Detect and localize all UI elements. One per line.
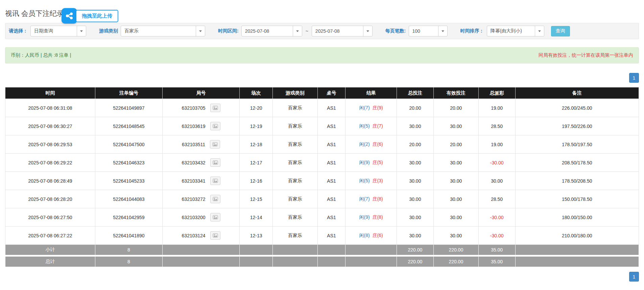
result-player: 闲(9) [359,160,370,165]
cell-session: 12-18 [240,135,272,154]
image-icon [213,106,218,110]
subtotal-label: 小计 [5,245,95,256]
cell-remark: 210.00/180.00 [515,227,639,245]
round-media-button[interactable] [210,140,220,149]
cell-payout: -30.00 [478,208,515,227]
page-1-button[interactable]: 1 [629,73,639,83]
cell-bet-id: 522641041890 [95,227,163,245]
cell-table-no: AS1 [317,99,345,117]
cell-valid-bet: 30.00 [433,172,478,190]
upload-dropzone[interactable]: 拖拽至此上传 [62,8,118,24]
cell-total-bet[interactable]: 30.00 [397,172,434,190]
cell-valid-bet: 30.00 [433,154,478,172]
date-range-label: 时间区间: [218,28,239,34]
query-type-select[interactable]: 日期查询 [30,26,86,36]
result-player: 闲(2) [359,141,370,147]
query-type-caret-button[interactable] [77,26,86,36]
date-to-value: 2025-07-08 [312,26,363,36]
share-nodes-icon [65,11,74,21]
cell-empty [162,256,240,267]
cell-remark: 226.00/245.00 [515,99,639,117]
cell-remark: 197.50/226.00 [515,117,639,135]
round-media-button[interactable] [210,122,220,130]
cell-game-type: 百家乐 [272,190,317,208]
game-type-label: 游戏类别 [99,28,118,34]
cell-table-no: AS1 [317,172,345,190]
result-banker: 庄(5) [373,160,383,165]
cell-total-bet[interactable]: 30.00 [397,208,434,227]
date-to-caret-button[interactable] [363,26,372,36]
result-banker: 庄(6) [373,141,383,147]
table-row: 2025-07-08 06:28:49 522641045233 6321033… [5,172,639,190]
upload-icon [62,8,77,24]
cell-total-bet[interactable]: 20.00 [397,135,434,154]
cell-game-type: 百家乐 [272,227,317,245]
date-from-caret-button[interactable] [293,26,302,36]
cell-valid-bet: 30.00 [433,208,478,227]
cell-payout: 30.00 [478,172,515,190]
game-type-select[interactable]: 百家乐 [121,26,205,36]
round-media-button[interactable] [210,231,220,240]
cell-total-bet[interactable]: 20.00 [397,99,434,117]
cell-session: 12-13 [240,227,272,245]
total-total-bet: 220.00 [397,256,434,267]
result-banker: 庄(9) [373,105,383,110]
table-row: 2025-07-08 06:29:53 522641047500 6321035… [5,135,639,154]
table-row: 2025-07-08 06:31:08 522641049897 6321037… [5,99,639,117]
cell-game-type: 百家乐 [272,208,317,227]
cell-total-bet[interactable]: 30.00 [397,154,434,172]
subtotal-valid-bet: 220.00 [433,245,478,256]
cell-result: 闲(7) 庄(9) [345,99,397,117]
cell-empty [272,245,317,256]
cell-empty [317,256,345,267]
cell-valid-bet: 30.00 [433,117,478,135]
col-header-round: 局号 [162,87,240,99]
image-icon [213,197,218,201]
image-icon [213,124,218,128]
query-button[interactable]: 查询 [551,26,570,36]
cell-round: 632103124 [162,227,240,245]
date-from-select[interactable]: 2025-07-08 [241,26,302,36]
sort-order-caret-button[interactable] [535,26,544,36]
caret-down-icon [199,30,202,32]
sort-order-select[interactable]: 降幂(由大到小) [487,26,544,36]
table-row: 2025-07-08 06:27:22 522641041890 6321031… [5,227,639,245]
round-media-button[interactable] [210,158,220,167]
round-media-button[interactable] [210,177,220,185]
cell-total-bet[interactable]: 30.00 [397,227,434,245]
result-banker: 庄(8) [373,196,383,202]
cell-table-no: AS1 [317,208,345,227]
caret-down-icon [80,30,83,32]
cell-session: 12-16 [240,172,272,190]
cell-result: 闲(2) 庄(6) [345,135,397,154]
cell-remark: 180.00/150.00 [515,208,639,227]
cell-valid-bet: 30.00 [433,190,478,208]
date-range-separator: ~ [306,28,308,34]
cell-total-bet[interactable]: 30.00 [397,117,434,135]
result-player: 闲(5) [359,178,370,183]
date-from-value: 2025-07-08 [242,26,293,36]
cell-bet-id: 522641049897 [95,99,163,117]
round-media-button[interactable] [210,195,220,203]
image-icon [213,160,218,165]
game-type-caret-button[interactable] [196,26,205,36]
cell-payout: -30.00 [478,154,515,172]
table-row: 2025-07-08 06:27:50 522641042959 6321032… [5,208,639,227]
per-page-caret-button[interactable] [438,26,447,36]
cell-total-bet[interactable]: 30.00 [397,190,434,208]
table-row: 2025-07-08 06:29:22 522641046323 6321034… [5,154,639,172]
page-1-button[interactable]: 1 [629,272,639,282]
cell-empty [515,245,639,256]
cell-session: 12-17 [240,154,272,172]
round-media-button[interactable] [210,104,220,112]
round-media-button[interactable] [210,213,220,221]
cell-empty [345,256,397,267]
per-page-select[interactable]: 100 [409,26,448,36]
date-to-select[interactable]: 2025-07-08 [312,26,373,36]
notice-text: 同局有效投注，统一计算在该局第一张注单内 [539,52,633,58]
cell-valid-bet: 20.00 [433,135,478,154]
per-page-value: 100 [409,26,438,36]
cell-table-no: AS1 [317,190,345,208]
cell-time: 2025-07-08 06:28:49 [5,172,95,190]
caret-down-icon [442,30,444,32]
